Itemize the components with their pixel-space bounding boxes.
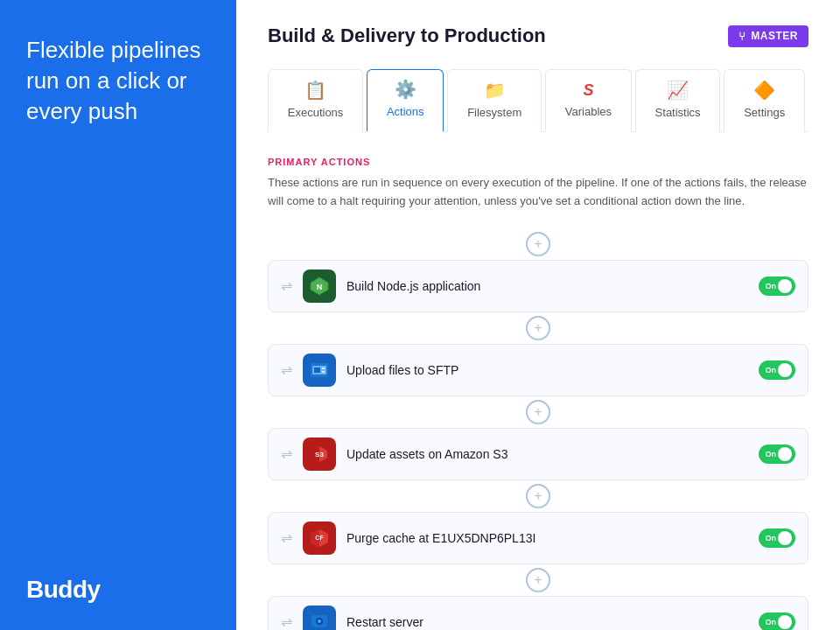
action-row[interactable]: ⇌ N Build Node.js application On: [268, 260, 808, 312]
branch-icon: ⑂: [738, 30, 746, 43]
toggle-label-sftp: On: [766, 366, 777, 374]
add-action-button-3[interactable]: +: [526, 484, 550, 508]
action-icon-purge: CF: [303, 522, 336, 555]
svg-text:CF: CF: [315, 535, 324, 541]
svg-text:N: N: [317, 283, 323, 291]
action-name-restart: Restart server: [346, 615, 748, 629]
sidebar-tagline: Flexible pipelines run on a click or eve…: [26, 35, 210, 127]
svg-rect-6: [322, 371, 325, 373]
filesystem-icon: 📁: [484, 80, 506, 101]
section-label: PRIMARY ACTIONS: [268, 157, 808, 167]
toggle-knob-sftp: [778, 363, 792, 377]
add-action-button-4[interactable]: +: [526, 568, 550, 592]
action-row[interactable]: ⇌ Restart server On: [268, 596, 808, 630]
sidebar: Flexible pipelines run on a click or eve…: [0, 0, 236, 630]
action-icon-sftp: [303, 354, 336, 387]
settings-label: Settings: [744, 106, 785, 119]
drag-handle-icon[interactable]: ⇌: [281, 361, 292, 378]
tab-variables[interactable]: S Variables: [545, 69, 632, 132]
svg-point-15: [318, 620, 321, 623]
executions-label: Executions: [288, 106, 344, 119]
toggle-label-purge: On: [766, 534, 777, 542]
tabs-bar: 📋 Executions ⚙️ Actions 📁 Filesystem S V…: [268, 68, 808, 132]
svg-text:S3: S3: [315, 451, 324, 458]
action-name-build-node: Build Node.js application: [346, 279, 748, 293]
action-name-s3: Update assets on Amazon S3: [346, 447, 748, 461]
toggle-knob-restart: [778, 615, 792, 629]
page-header: Build & Delivery to Production ⑂ MASTER: [268, 24, 808, 47]
tab-settings[interactable]: 🔶 Settings: [724, 69, 805, 132]
action-name-purge: Purge cache at E1UX5DNP6PL13I: [346, 531, 748, 545]
action-row[interactable]: ⇌ Upload files to SFTP On: [268, 344, 808, 396]
add-action-button-2[interactable]: +: [526, 400, 550, 424]
drag-handle-icon[interactable]: ⇌: [281, 445, 292, 462]
statistics-icon: 📈: [667, 80, 689, 101]
section-description: These actions are run in sequence on eve…: [268, 174, 808, 211]
statistics-label: Statistics: [655, 106, 701, 119]
add-action-button-top[interactable]: +: [526, 232, 550, 256]
page-title: Build & Delivery to Production: [268, 24, 546, 47]
toggle-s3[interactable]: On: [759, 444, 795, 464]
actions-icon: ⚙️: [395, 79, 416, 100]
add-action-button-1[interactable]: +: [526, 316, 550, 340]
svg-rect-4: [314, 368, 320, 373]
toggle-sftp[interactable]: On: [759, 360, 795, 380]
main-content: Build & Delivery to Production ⑂ MASTER …: [236, 0, 840, 630]
toggle-knob-build-node: [778, 279, 792, 293]
svg-rect-5: [322, 368, 325, 369]
toggle-build-node[interactable]: On: [759, 276, 795, 296]
action-icon-restart: [303, 606, 336, 630]
toggle-purge[interactable]: On: [759, 528, 795, 548]
master-badge[interactable]: ⑂ MASTER: [728, 25, 808, 47]
filesystem-label: Filesystem: [467, 106, 522, 119]
actions-label: Actions: [387, 105, 424, 118]
toggle-label-s3: On: [766, 450, 777, 458]
settings-icon: 🔶: [753, 80, 775, 101]
drag-handle-icon[interactable]: ⇌: [281, 529, 292, 546]
tab-actions[interactable]: ⚙️ Actions: [367, 69, 444, 132]
action-icon-build-node: N: [303, 270, 336, 303]
executions-icon: 📋: [304, 80, 326, 101]
sidebar-brand: Buddy: [26, 576, 210, 604]
drag-handle-icon[interactable]: ⇌: [281, 277, 292, 294]
tab-executions[interactable]: 📋 Executions: [268, 69, 363, 132]
action-name-sftp: Upload files to SFTP: [346, 363, 748, 377]
action-row[interactable]: ⇌ S3 Update assets on Amazon S3 On: [268, 428, 808, 480]
toggle-knob-purge: [778, 531, 792, 545]
variables-icon: S: [583, 81, 593, 100]
toggle-restart[interactable]: On: [759, 612, 795, 630]
tab-filesystem[interactable]: 📁 Filesystem: [447, 69, 542, 132]
drag-handle-icon[interactable]: ⇌: [281, 613, 292, 630]
pipeline: + ⇌ N Build Node.js application On + ⇌ U…: [268, 228, 808, 630]
toggle-knob-s3: [778, 447, 792, 461]
branch-label: MASTER: [751, 30, 798, 42]
toggle-label-build-node: On: [766, 282, 777, 290]
variables-label: Variables: [565, 105, 612, 118]
action-icon-s3: S3: [303, 438, 336, 471]
toggle-label-restart: On: [766, 618, 777, 626]
action-row[interactable]: ⇌ CF Purge cache at E1UX5DNP6PL13I On: [268, 512, 808, 564]
tab-statistics[interactable]: 📈 Statistics: [635, 69, 721, 132]
